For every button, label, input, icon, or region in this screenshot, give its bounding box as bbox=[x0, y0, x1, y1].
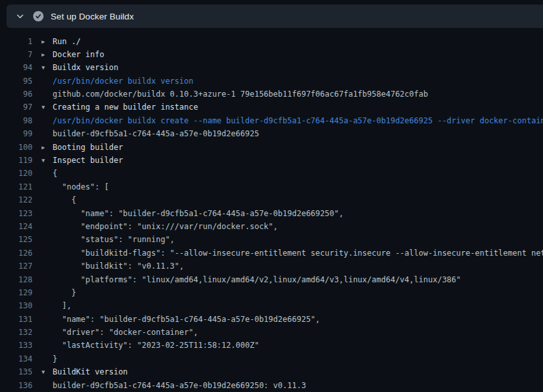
line-number[interactable]: 123 bbox=[0, 207, 32, 220]
line-number[interactable]: 121 bbox=[0, 180, 32, 193]
output-text: "nodes": [ bbox=[53, 180, 109, 193]
line-number[interactable]: 1 bbox=[0, 35, 32, 48]
log-group-line[interactable]: 100▶Booting builder bbox=[0, 141, 543, 154]
output-text: "status": "running", bbox=[53, 233, 175, 246]
line-number[interactable]: 97 bbox=[0, 101, 32, 114]
output-text: { bbox=[53, 193, 76, 206]
group-title: Booting builder bbox=[53, 141, 123, 154]
output-text: builder-d9cfb5a1-c764-445a-a57e-0b19d2e6… bbox=[53, 379, 306, 392]
log-line: 96github.com/docker/buildx 0.10.3+azure-… bbox=[0, 88, 543, 101]
log-group-line[interactable]: 135▼BuildKit version bbox=[0, 365, 543, 378]
output-text: } bbox=[53, 352, 57, 365]
log-line: 134} bbox=[0, 352, 543, 365]
marker-spacer bbox=[32, 260, 53, 273]
log-group-line[interactable]: 7▶Docker info bbox=[0, 48, 543, 61]
marker-spacer bbox=[32, 326, 53, 339]
output-text: "driver": "docker-container", bbox=[53, 326, 198, 339]
log-line: 132 "driver": "docker-container", bbox=[0, 326, 543, 339]
marker-spacer bbox=[32, 233, 53, 246]
line-number[interactable]: 119 bbox=[0, 154, 32, 167]
line-number[interactable]: 128 bbox=[0, 273, 32, 286]
log-group-line[interactable]: 94▼Buildx version bbox=[0, 61, 543, 74]
line-number[interactable]: 136 bbox=[0, 379, 32, 392]
chevron-down-icon[interactable] bbox=[15, 11, 25, 21]
group-title: BuildKit version bbox=[53, 365, 128, 378]
triangle-down-icon[interactable]: ▼ bbox=[32, 365, 53, 378]
line-number[interactable]: 98 bbox=[0, 114, 32, 127]
output-text: github.com/docker/buildx 0.10.3+azure-1 … bbox=[53, 88, 428, 101]
triangle-right-icon[interactable]: ▶ bbox=[32, 141, 53, 154]
group-title: Inspect builder bbox=[53, 154, 123, 167]
triangle-down-icon[interactable]: ▼ bbox=[32, 101, 53, 114]
marker-spacer bbox=[32, 167, 53, 180]
output-text: } bbox=[53, 286, 76, 299]
line-number[interactable]: 122 bbox=[0, 193, 32, 206]
triangle-down-icon[interactable]: ▼ bbox=[32, 61, 53, 74]
log-line: 131 "name": "builder-d9cfb5a1-c764-445a-… bbox=[0, 313, 543, 326]
log-line: 136builder-d9cfb5a1-c764-445a-a57e-0b19d… bbox=[0, 379, 543, 392]
line-number[interactable]: 120 bbox=[0, 167, 32, 180]
output-text: { bbox=[53, 167, 57, 180]
log-line: 122 { bbox=[0, 193, 543, 206]
log-line: 99builder-d9cfb5a1-c764-445a-a57e-0b19d2… bbox=[0, 127, 543, 140]
step-header[interactable]: Set up Docker Buildx bbox=[6, 5, 543, 28]
line-number[interactable]: 127 bbox=[0, 260, 32, 273]
log-group-line[interactable]: 1▶Run ./ bbox=[0, 35, 543, 48]
marker-spacer bbox=[32, 114, 53, 127]
line-number[interactable]: 130 bbox=[0, 299, 32, 312]
marker-spacer bbox=[32, 75, 53, 88]
log-line: 130 ], bbox=[0, 299, 543, 312]
output-text: "platforms": "linux/amd64,linux/amd64/v2… bbox=[53, 273, 461, 286]
line-number[interactable]: 124 bbox=[0, 220, 32, 233]
log-line: 121 "nodes": [ bbox=[0, 180, 543, 193]
log-line: 125 "status": "running", bbox=[0, 233, 543, 246]
triangle-down-icon[interactable]: ▼ bbox=[32, 154, 53, 167]
log-line: 123 "name": "builder-d9cfb5a1-c764-445a-… bbox=[0, 207, 543, 220]
line-number[interactable]: 96 bbox=[0, 88, 32, 101]
marker-spacer bbox=[32, 352, 53, 365]
group-title: Creating a new builder instance bbox=[53, 101, 198, 114]
line-number[interactable]: 7 bbox=[0, 48, 32, 61]
marker-spacer bbox=[32, 379, 53, 392]
marker-spacer bbox=[32, 207, 53, 220]
line-number[interactable]: 129 bbox=[0, 286, 32, 299]
marker-spacer bbox=[32, 247, 53, 260]
output-text: "endpoint": "unix:///var/run/docker.sock… bbox=[53, 220, 278, 233]
line-number[interactable]: 94 bbox=[0, 61, 32, 74]
group-title: Docker info bbox=[53, 48, 104, 61]
command-text: /usr/bin/docker buildx version bbox=[53, 75, 194, 88]
line-number[interactable]: 134 bbox=[0, 352, 32, 365]
line-number[interactable]: 125 bbox=[0, 233, 32, 246]
triangle-right-icon[interactable]: ▶ bbox=[32, 48, 53, 61]
line-number[interactable]: 126 bbox=[0, 247, 32, 260]
line-number[interactable]: 135 bbox=[0, 365, 32, 378]
log-group-line[interactable]: 97▼Creating a new builder instance bbox=[0, 101, 543, 114]
log-line: 128 "platforms": "linux/amd64,linux/amd6… bbox=[0, 273, 543, 286]
marker-spacer bbox=[32, 313, 53, 326]
marker-spacer bbox=[32, 88, 53, 101]
triangle-right-icon[interactable]: ▶ bbox=[32, 35, 53, 48]
output-text: "buildkitd-flags": "--allow-insecure-ent… bbox=[53, 247, 543, 260]
line-number[interactable]: 132 bbox=[0, 326, 32, 339]
line-number[interactable]: 99 bbox=[0, 127, 32, 140]
group-title: Run ./ bbox=[53, 35, 81, 48]
output-text: "name": "builder-d9cfb5a1-c764-445a-a57e… bbox=[53, 313, 320, 326]
log-line: 124 "endpoint": "unix:///var/run/docker.… bbox=[0, 220, 543, 233]
log-line: 98/usr/bin/docker buildx create --name b… bbox=[0, 114, 543, 127]
log-line: 120{ bbox=[0, 167, 543, 180]
log-line: 133 "lastActivity": "2023-02-25T11:58:12… bbox=[0, 339, 543, 352]
group-title: Buildx version bbox=[53, 61, 118, 74]
output-text: builder-d9cfb5a1-c764-445a-a57e-0b19d2e6… bbox=[53, 127, 259, 140]
marker-spacer bbox=[32, 180, 53, 193]
line-number[interactable]: 131 bbox=[0, 313, 32, 326]
log-line: 127 "buildkit": "v0.11.3", bbox=[0, 260, 543, 273]
log-line: 126 "buildkitd-flags": "--allow-insecure… bbox=[0, 247, 543, 260]
marker-spacer bbox=[32, 193, 53, 206]
output-text: ], bbox=[53, 299, 71, 312]
line-number[interactable]: 133 bbox=[0, 339, 32, 352]
line-number[interactable]: 95 bbox=[0, 75, 32, 88]
marker-spacer bbox=[32, 299, 53, 312]
line-number[interactable]: 100 bbox=[0, 141, 32, 154]
log-group-line[interactable]: 119▼Inspect builder bbox=[0, 154, 543, 167]
command-text: /usr/bin/docker buildx create --name bui… bbox=[53, 114, 543, 127]
